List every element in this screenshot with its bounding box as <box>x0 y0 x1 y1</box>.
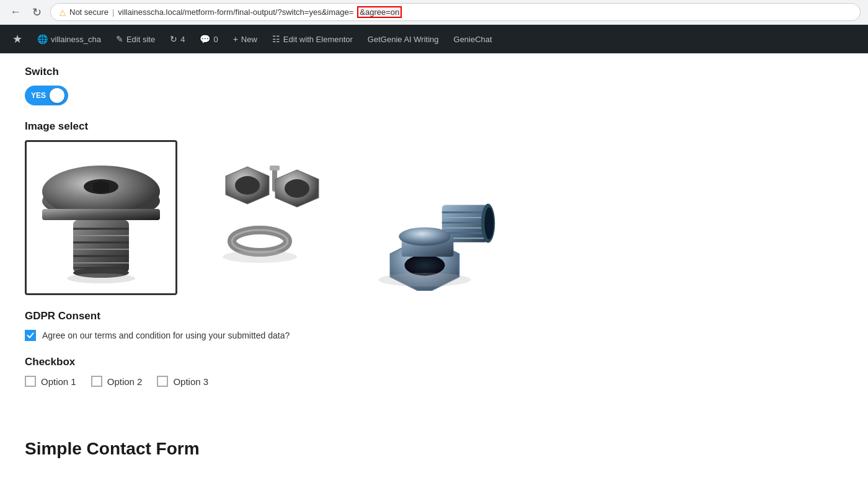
elementor-icon: ☷ <box>272 34 280 44</box>
checkbox-option-1[interactable]: Option 1 <box>25 376 76 387</box>
svg-point-24 <box>223 250 297 263</box>
admin-new[interactable]: + New <box>227 32 264 46</box>
toggle-knob <box>50 88 64 103</box>
not-secure-icon: △ <box>60 7 66 17</box>
admin-site-name[interactable]: 🌐 villainess_cha <box>31 32 107 46</box>
image-select-label: Image select <box>25 120 533 133</box>
svg-rect-4 <box>42 209 160 220</box>
url-base-text: villainesscha.local/metform-form/final-o… <box>118 7 353 17</box>
gdpr-section: GDPR Consent Agree on our terms and cond… <box>25 310 533 341</box>
checkbox-1-label: Option 1 <box>41 376 76 387</box>
gdpr-checkbox[interactable] <box>25 330 36 341</box>
svg-point-38 <box>379 273 471 286</box>
edit-site-label: Edit site <box>126 35 155 44</box>
images-row <box>25 140 533 295</box>
site-name-label: villainess_cha <box>51 35 101 44</box>
switch-label: Switch <box>25 66 533 78</box>
svg-point-21 <box>285 179 309 198</box>
toggle-yes-label: YES <box>31 91 46 100</box>
address-bar: ← ↻ △ Not secure | villainesscha.local/m… <box>0 0 868 25</box>
checkbox-1-box[interactable] <box>25 376 36 387</box>
admin-genie-chat[interactable]: GenieChat <box>448 32 498 46</box>
edit-elementor-label: Edit with Elementor <box>283 35 353 44</box>
wp-admin-bar: ★ 🌐 villainess_cha ✎ Edit site ↻ 4 💬 0 +… <box>0 25 868 53</box>
admin-edit-site[interactable]: ✎ Edit site <box>110 32 161 46</box>
admin-edit-elementor[interactable]: ☷ Edit with Elementor <box>266 32 359 46</box>
new-icon: + <box>233 34 238 44</box>
gdpr-text: Agree on our terms and condition for usi… <box>42 330 290 340</box>
checkbox-section: Checkbox Option 1 Option 2 Option 3 <box>25 356 533 387</box>
checkbox-row: Option 1 Option 2 Option 3 <box>25 376 533 387</box>
checkbox-2-box[interactable] <box>91 376 102 387</box>
image-option-1[interactable] <box>25 140 177 295</box>
contact-form-title: Simple Contact Form <box>0 439 868 459</box>
admin-get-genie[interactable]: GetGenie AI Writing <box>361 32 445 46</box>
not-secure-label: Not secure <box>69 7 108 17</box>
admin-comments[interactable]: 💬 0 <box>193 32 224 46</box>
image-select-section: Image select <box>25 120 533 295</box>
updates-icon: ↻ <box>170 34 177 44</box>
svg-point-35 <box>485 207 494 239</box>
screw-image-3 <box>344 142 505 291</box>
image-option-3[interactable] <box>342 140 507 295</box>
switch-section: Switch YES <box>25 66 533 105</box>
gdpr-row: Agree on our terms and condition for usi… <box>25 330 533 341</box>
checkbox-option-3[interactable]: Option 3 <box>157 376 208 387</box>
url-highlighted-text: &agree=on <box>357 6 402 18</box>
checkbox-3-box[interactable] <box>157 376 168 387</box>
image-option-2[interactable] <box>190 140 330 283</box>
comments-count: 0 <box>213 35 218 44</box>
url-separator: | <box>112 7 114 17</box>
svg-point-37 <box>399 228 451 246</box>
checkbox-3-label: Option 3 <box>173 376 208 387</box>
svg-rect-19 <box>270 166 280 170</box>
site-icon: 🌐 <box>37 34 48 44</box>
gdpr-label: GDPR Consent <box>25 310 533 322</box>
edit-site-icon: ✎ <box>116 34 123 44</box>
svg-point-26 <box>405 255 445 275</box>
checkbox-label: Checkbox <box>25 356 533 368</box>
checkbox-option-2[interactable]: Option 2 <box>91 376 143 387</box>
refresh-button[interactable]: ↻ <box>30 3 44 22</box>
checkmark-icon <box>27 332 34 339</box>
genie-chat-label: GenieChat <box>454 35 492 44</box>
checkbox-2-label: Option 2 <box>107 376 143 387</box>
svg-marker-3 <box>93 181 109 193</box>
svg-point-15 <box>67 273 135 283</box>
get-genie-label: GetGenie AI Writing <box>368 35 439 44</box>
new-label: New <box>241 35 257 44</box>
toggle-switch[interactable]: YES <box>25 86 68 105</box>
svg-point-17 <box>235 176 260 195</box>
comments-icon: 💬 <box>200 34 210 44</box>
wp-logo[interactable]: ★ <box>6 30 29 48</box>
updates-count: 4 <box>180 35 185 44</box>
url-bar[interactable]: △ Not secure | villainesscha.local/metfo… <box>50 3 861 21</box>
back-button[interactable]: ← <box>7 3 24 21</box>
screw-image-2 <box>192 142 328 278</box>
admin-updates[interactable]: ↻ 4 <box>164 32 191 46</box>
screw-image-1 <box>27 142 175 291</box>
main-content: Switch YES Image select <box>0 53 558 414</box>
